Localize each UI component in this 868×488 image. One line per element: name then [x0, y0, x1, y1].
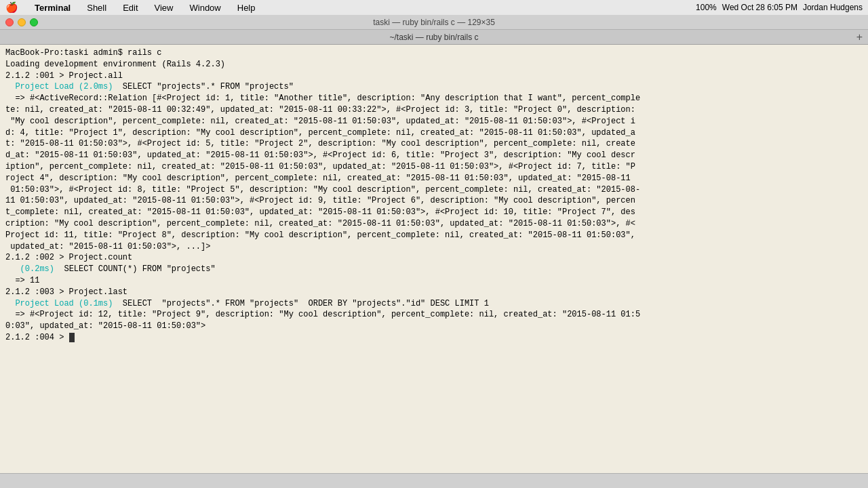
battery-indicator: 100% [696, 3, 717, 12]
new-tab-button[interactable]: + [856, 31, 863, 43]
menubar-view[interactable]: View [152, 3, 176, 13]
sql-label-1: Project Load (2.0ms) [5, 82, 113, 92]
menubar-edit[interactable]: Edit [120, 3, 140, 13]
username: Jordan Hudgens [803, 3, 863, 12]
cmd-001: 2.1.2 :001 > Project.all [5, 71, 123, 81]
cmd-003: 2.1.2 :003 > Project.last [5, 287, 127, 297]
titlebar: taski — ruby bin/rails c — 129×35 [0, 15, 868, 30]
close-button[interactable] [5, 18, 14, 26]
bottom-bar [0, 473, 868, 488]
tab-label[interactable]: ~/taski — ruby bin/rails c [389, 33, 478, 42]
traffic-lights [5, 18, 38, 26]
sql-query-3: SELECT "projects".* FROM "projects" ORDE… [113, 299, 489, 308]
terminal-content[interactable]: MacBook-Pro:taski admin$ rails c Loading… [0, 45, 868, 473]
terminal-window: taski — ruby bin/rails c — 129×35 ~/task… [0, 15, 868, 488]
menubar-help[interactable]: Help [235, 3, 258, 13]
apple-logo[interactable]: 🍎 [5, 1, 18, 14]
result-3: => #<Project id: 12, title: "Project 9",… [5, 310, 640, 331]
maximize-button[interactable] [30, 18, 38, 26]
sql-query-1: SELECT "projects".* FROM "projects" [113, 82, 293, 92]
result-2: => 11 [5, 276, 39, 285]
menubar-right: 100% Wed Oct 28 6:05 PM Jordan Hudgens [696, 3, 863, 12]
menubar-shell[interactable]: Shell [84, 3, 109, 13]
cmd-002: 2.1.2 :002 > Project.count [5, 253, 132, 262]
window-title: taski — ruby bin/rails c — 129×35 [373, 18, 495, 27]
menubar: 🍎 Terminal Shell Edit View Window Help 1… [0, 0, 868, 15]
sql-label-2: (0.2ms) [5, 264, 54, 274]
datetime: Wed Oct 28 6:05 PM [722, 3, 797, 12]
loading-line: Loading development environment (Rails 4… [5, 60, 225, 69]
cursor [69, 333, 75, 342]
sql-query-2: SELECT COUNT(*) FROM "projects" [54, 264, 216, 274]
minimize-button[interactable] [18, 18, 26, 26]
sql-label-3: Project Load (0.1ms) [5, 299, 113, 308]
result-1: => #<ActiveRecord::Relation [#<Project i… [5, 94, 640, 251]
cmd-004: 2.1.2 :004 > [5, 333, 69, 342]
menubar-terminal[interactable]: Terminal [32, 3, 73, 13]
prompt-line: MacBook-Pro:taski admin$ rails c [5, 48, 161, 58]
menubar-window[interactable]: Window [187, 3, 224, 13]
terminal-output: MacBook-Pro:taski admin$ rails c Loading… [5, 47, 863, 344]
tabbar: ~/taski — ruby bin/rails c + [0, 30, 868, 45]
